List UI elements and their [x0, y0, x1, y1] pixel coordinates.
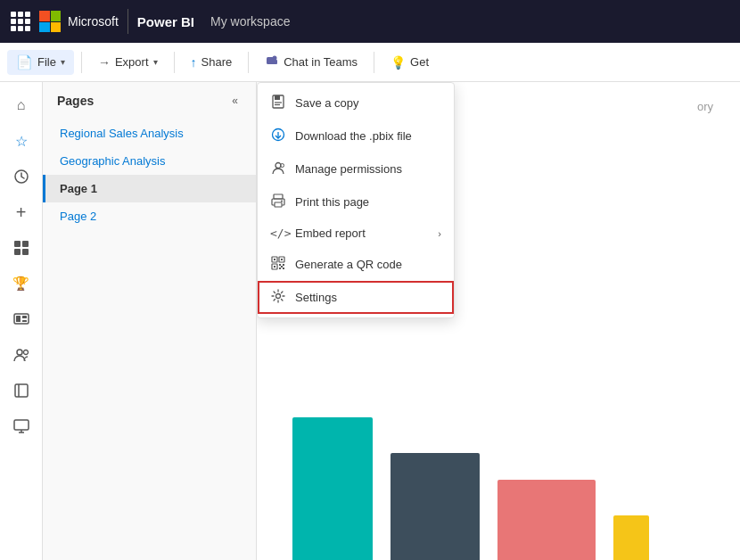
svg-rect-20	[275, 95, 280, 100]
save-copy-icon	[270, 95, 286, 111]
menu-item-embed[interactable]: </> Embed report ›	[258, 218, 454, 248]
file-dropdown-menu: Save a copy Download the .pbix file	[257, 82, 455, 318]
topbar: Microsoft Power BI My workspace	[0, 0, 740, 43]
export-chevron: ▾	[153, 57, 158, 67]
toolbar-sep-3	[248, 52, 249, 73]
menu-item-download[interactable]: Download the .pbix file	[258, 119, 454, 152]
get-icon: 💡	[391, 55, 406, 70]
teams-icon	[265, 54, 279, 70]
svg-point-13	[23, 350, 28, 355]
qr-icon	[270, 256, 286, 273]
pages-header: Pages «	[43, 93, 256, 119]
pages-panel: Pages « Regional Sales Analysis Geograph…	[43, 82, 257, 560]
export-icon: →	[98, 55, 111, 70]
settings-icon	[270, 289, 286, 306]
menu-item-qr[interactable]: Generate a QR code	[258, 248, 454, 281]
icon-sidebar: ⌂ ☆ + 🏆	[0, 82, 43, 560]
bar-2	[391, 453, 480, 560]
print-icon	[270, 194, 286, 210]
share-icon: ↑	[191, 55, 197, 70]
svg-rect-37	[279, 264, 281, 266]
svg-rect-40	[279, 268, 281, 269]
file-label: File	[37, 55, 56, 69]
bar-3	[497, 480, 596, 560]
menu-label-embed: Embed report	[295, 226, 366, 240]
page-item-regional[interactable]: Regional Sales Analysis	[43, 119, 256, 147]
share-label: Share	[201, 55, 233, 69]
topbar-divider	[127, 9, 128, 34]
trophy-icon[interactable]: 🏆	[5, 268, 37, 300]
apps-icon[interactable]	[5, 232, 37, 264]
toolbar-sep-1	[81, 52, 82, 73]
recent-icon[interactable]	[5, 161, 37, 193]
menu-label-qr: Generate a QR code	[295, 258, 402, 271]
svg-rect-38	[283, 264, 284, 266]
workspace-label: My workspace	[210, 14, 290, 29]
share-button[interactable]: ↑ Share	[182, 51, 242, 74]
get-label: Get	[410, 55, 429, 69]
export-button[interactable]: → Export ▾	[89, 51, 167, 74]
content-area: ory Save a copy	[257, 82, 740, 560]
svg-rect-36	[274, 266, 275, 268]
menu-item-save-copy[interactable]: Save a copy	[258, 86, 454, 119]
svg-rect-14	[15, 384, 28, 397]
menu-item-permissions[interactable]: Manage permissions	[258, 152, 454, 185]
pages-collapse-button[interactable]: «	[228, 93, 242, 109]
chart-area	[257, 382, 740, 560]
powerbi-label: Power BI	[137, 14, 194, 29]
menu-item-settings[interactable]: Settings	[258, 281, 454, 314]
partial-label: ory	[697, 100, 713, 113]
permissions-icon	[270, 161, 286, 177]
svg-rect-5	[22, 241, 29, 247]
chat-teams-label: Chat in Teams	[284, 55, 358, 69]
page-item-page2[interactable]: Page 2	[43, 202, 256, 230]
svg-rect-2	[272, 60, 277, 64]
svg-point-12	[17, 350, 22, 355]
microsoft-label: Microsoft	[68, 14, 119, 29]
create-icon[interactable]: +	[5, 196, 37, 228]
svg-point-42	[276, 294, 281, 299]
waffle-menu[interactable]	[11, 12, 30, 31]
embed-icon: </>	[270, 226, 286, 240]
svg-rect-32	[274, 259, 275, 260]
menu-label-permissions: Manage permissions	[295, 162, 402, 176]
file-button[interactable]: 📄 File ▾	[7, 50, 74, 75]
workspace-icon[interactable]	[5, 303, 37, 335]
file-chevron: ▾	[61, 57, 65, 67]
get-button[interactable]: 💡 Get	[382, 51, 438, 74]
home-icon[interactable]: ⌂	[5, 89, 37, 121]
menu-label-save-copy: Save a copy	[295, 96, 359, 110]
svg-rect-16	[14, 420, 29, 430]
menu-label-settings: Settings	[295, 291, 337, 304]
main-layout: ⌂ ☆ + 🏆	[0, 82, 740, 560]
bar-4	[613, 515, 649, 560]
svg-rect-10	[22, 316, 27, 318]
svg-point-30	[281, 201, 283, 202]
svg-rect-4	[14, 241, 21, 247]
toolbar-sep-4	[374, 52, 374, 73]
people-icon[interactable]	[5, 339, 37, 371]
favorites-icon[interactable]: ☆	[5, 125, 37, 157]
svg-rect-7	[22, 249, 29, 255]
chat-teams-button[interactable]: Chat in Teams	[256, 49, 366, 75]
monitor-icon[interactable]	[5, 410, 37, 442]
menu-label-download: Download the .pbix file	[295, 129, 412, 143]
svg-rect-39	[281, 266, 283, 268]
bar-1	[292, 417, 373, 560]
svg-rect-11	[22, 320, 27, 322]
svg-rect-27	[274, 194, 283, 199]
svg-point-1	[273, 56, 277, 61]
microsoft-logo: Microsoft	[39, 11, 119, 32]
svg-rect-6	[14, 249, 21, 255]
secondary-toolbar: 📄 File ▾ → Export ▾ ↑ Share Chat in Team…	[0, 43, 740, 82]
toolbar-sep-2	[174, 52, 175, 73]
menu-label-print: Print this page	[295, 195, 369, 209]
menu-item-print[interactable]: Print this page	[258, 185, 454, 218]
page-item-page1[interactable]: Page 1	[43, 175, 256, 202]
svg-rect-29	[275, 202, 282, 207]
page-item-geographic[interactable]: Geographic Analysis	[43, 147, 256, 175]
file-page-icon: 📄	[16, 54, 33, 70]
book-icon[interactable]	[5, 375, 37, 407]
svg-rect-34	[281, 259, 283, 260]
export-label: Export	[115, 55, 149, 69]
